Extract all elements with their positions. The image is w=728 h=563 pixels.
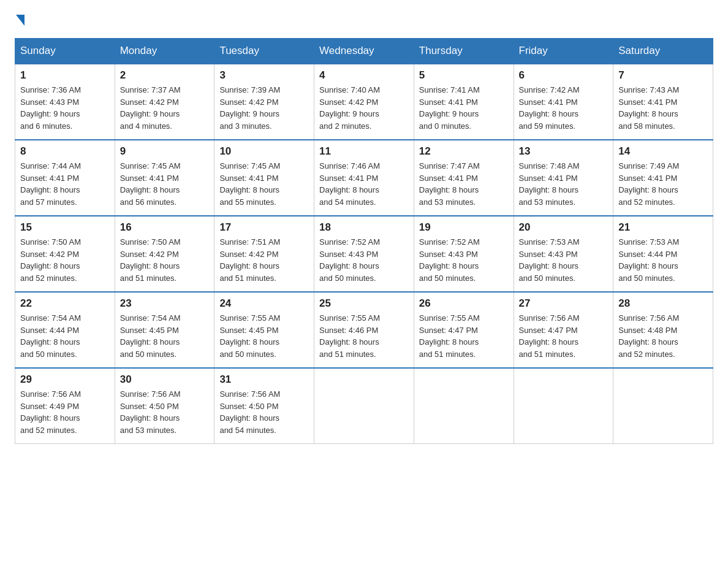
day-info: Sunrise: 7:47 AMSunset: 4:41 PMDaylight:… (419, 160, 509, 208)
day-info: Sunrise: 7:45 AMSunset: 4:41 PMDaylight:… (219, 160, 309, 208)
day-number: 27 (519, 297, 609, 310)
calendar-cell: 16 Sunrise: 7:50 AMSunset: 4:42 PMDaylig… (115, 216, 214, 292)
day-number: 15 (20, 221, 110, 234)
calendar-cell: 2 Sunrise: 7:37 AMSunset: 4:42 PMDayligh… (115, 64, 214, 140)
calendar-cell: 10 Sunrise: 7:45 AMSunset: 4:41 PMDaylig… (214, 140, 314, 216)
day-number: 18 (319, 221, 409, 234)
calendar-cell: 20 Sunrise: 7:53 AMSunset: 4:43 PMDaylig… (514, 216, 613, 292)
calendar-cell (314, 368, 414, 444)
calendar-cell: 21 Sunrise: 7:53 AMSunset: 4:44 PMDaylig… (613, 216, 713, 292)
day-info: Sunrise: 7:55 AMSunset: 4:46 PMDaylight:… (319, 312, 409, 360)
calendar-cell: 3 Sunrise: 7:39 AMSunset: 4:42 PMDayligh… (214, 64, 314, 140)
day-info: Sunrise: 7:56 AMSunset: 4:50 PMDaylight:… (219, 388, 309, 436)
day-info: Sunrise: 7:42 AMSunset: 4:41 PMDaylight:… (519, 84, 609, 132)
weekday-header-row: SundayMondayTuesdayWednesdayThursdayFrid… (15, 39, 713, 64)
day-number: 26 (419, 297, 509, 310)
logo-arrow-icon (16, 15, 25, 26)
day-info: Sunrise: 7:53 AMSunset: 4:44 PMDaylight:… (618, 236, 708, 284)
day-number: 3 (219, 69, 309, 82)
day-number: 4 (319, 69, 409, 82)
day-number: 20 (519, 221, 609, 234)
day-info: Sunrise: 7:52 AMSunset: 4:43 PMDaylight:… (419, 236, 509, 284)
day-info: Sunrise: 7:54 AMSunset: 4:45 PMDaylight:… (120, 312, 210, 360)
day-number: 11 (319, 145, 409, 158)
calendar-table: SundayMondayTuesdayWednesdayThursdayFrid… (15, 38, 713, 444)
day-number: 12 (419, 145, 509, 158)
day-info: Sunrise: 7:55 AMSunset: 4:47 PMDaylight:… (419, 312, 509, 360)
weekday-header-sunday: Sunday (15, 39, 115, 64)
day-number: 30 (120, 373, 210, 386)
day-info: Sunrise: 7:46 AMSunset: 4:41 PMDaylight:… (319, 160, 409, 208)
weekday-header-wednesday: Wednesday (314, 39, 414, 64)
day-number: 19 (419, 221, 509, 234)
weekday-header-tuesday: Tuesday (214, 39, 314, 64)
day-info: Sunrise: 7:56 AMSunset: 4:48 PMDaylight:… (618, 312, 708, 360)
day-number: 5 (419, 69, 509, 82)
calendar-week-row: 22 Sunrise: 7:54 AMSunset: 4:44 PMDaylig… (15, 292, 713, 368)
calendar-cell: 28 Sunrise: 7:56 AMSunset: 4:48 PMDaylig… (613, 292, 713, 368)
weekday-header-friday: Friday (514, 39, 613, 64)
day-info: Sunrise: 7:43 AMSunset: 4:41 PMDaylight:… (618, 84, 708, 132)
day-info: Sunrise: 7:49 AMSunset: 4:41 PMDaylight:… (618, 160, 708, 208)
weekday-header-monday: Monday (115, 39, 214, 64)
weekday-header-saturday: Saturday (613, 39, 713, 64)
day-number: 28 (618, 297, 708, 310)
day-info: Sunrise: 7:51 AMSunset: 4:42 PMDaylight:… (219, 236, 309, 284)
calendar-cell: 8 Sunrise: 7:44 AMSunset: 4:41 PMDayligh… (15, 140, 115, 216)
calendar-week-row: 15 Sunrise: 7:50 AMSunset: 4:42 PMDaylig… (15, 216, 713, 292)
calendar-cell: 14 Sunrise: 7:49 AMSunset: 4:41 PMDaylig… (613, 140, 713, 216)
calendar-cell: 15 Sunrise: 7:50 AMSunset: 4:42 PMDaylig… (15, 216, 115, 292)
calendar-cell: 31 Sunrise: 7:56 AMSunset: 4:50 PMDaylig… (214, 368, 314, 444)
day-info: Sunrise: 7:56 AMSunset: 4:50 PMDaylight:… (120, 388, 210, 436)
day-info: Sunrise: 7:55 AMSunset: 4:45 PMDaylight:… (219, 312, 309, 360)
calendar-cell: 13 Sunrise: 7:48 AMSunset: 4:41 PMDaylig… (514, 140, 613, 216)
day-number: 21 (618, 221, 708, 234)
day-info: Sunrise: 7:56 AMSunset: 4:49 PMDaylight:… (20, 388, 110, 436)
day-number: 10 (219, 145, 309, 158)
day-number: 31 (219, 373, 309, 386)
day-number: 24 (219, 297, 309, 310)
calendar-cell (613, 368, 713, 444)
calendar-cell: 17 Sunrise: 7:51 AMSunset: 4:42 PMDaylig… (214, 216, 314, 292)
calendar-cell: 27 Sunrise: 7:56 AMSunset: 4:47 PMDaylig… (514, 292, 613, 368)
day-info: Sunrise: 7:54 AMSunset: 4:44 PMDaylight:… (20, 312, 110, 360)
calendar-cell: 5 Sunrise: 7:41 AMSunset: 4:41 PMDayligh… (414, 64, 514, 140)
day-number: 17 (219, 221, 309, 234)
day-number: 7 (618, 69, 708, 82)
calendar-cell: 9 Sunrise: 7:45 AMSunset: 4:41 PMDayligh… (115, 140, 214, 216)
day-number: 25 (319, 297, 409, 310)
weekday-header-thursday: Thursday (414, 39, 514, 64)
calendar-cell (514, 368, 613, 444)
logo (15, 15, 26, 26)
calendar-cell: 26 Sunrise: 7:55 AMSunset: 4:47 PMDaylig… (414, 292, 514, 368)
day-number: 2 (120, 69, 210, 82)
day-info: Sunrise: 7:52 AMSunset: 4:43 PMDaylight:… (319, 236, 409, 284)
calendar-cell: 22 Sunrise: 7:54 AMSunset: 4:44 PMDaylig… (15, 292, 115, 368)
calendar-cell: 24 Sunrise: 7:55 AMSunset: 4:45 PMDaylig… (214, 292, 314, 368)
day-number: 14 (618, 145, 708, 158)
calendar-cell: 6 Sunrise: 7:42 AMSunset: 4:41 PMDayligh… (514, 64, 613, 140)
day-info: Sunrise: 7:53 AMSunset: 4:43 PMDaylight:… (519, 236, 609, 284)
day-info: Sunrise: 7:50 AMSunset: 4:42 PMDaylight:… (120, 236, 210, 284)
calendar-cell: 18 Sunrise: 7:52 AMSunset: 4:43 PMDaylig… (314, 216, 414, 292)
calendar-week-row: 1 Sunrise: 7:36 AMSunset: 4:43 PMDayligh… (15, 64, 713, 140)
calendar-cell: 23 Sunrise: 7:54 AMSunset: 4:45 PMDaylig… (115, 292, 214, 368)
day-number: 1 (20, 69, 110, 82)
page-header (15, 15, 713, 26)
day-info: Sunrise: 7:40 AMSunset: 4:42 PMDaylight:… (319, 84, 409, 132)
day-number: 23 (120, 297, 210, 310)
day-number: 8 (20, 145, 110, 158)
calendar-cell (414, 368, 514, 444)
calendar-cell: 29 Sunrise: 7:56 AMSunset: 4:49 PMDaylig… (15, 368, 115, 444)
calendar-cell: 4 Sunrise: 7:40 AMSunset: 4:42 PMDayligh… (314, 64, 414, 140)
calendar-cell: 11 Sunrise: 7:46 AMSunset: 4:41 PMDaylig… (314, 140, 414, 216)
calendar-cell: 30 Sunrise: 7:56 AMSunset: 4:50 PMDaylig… (115, 368, 214, 444)
day-info: Sunrise: 7:48 AMSunset: 4:41 PMDaylight:… (519, 160, 609, 208)
day-info: Sunrise: 7:50 AMSunset: 4:42 PMDaylight:… (20, 236, 110, 284)
calendar-week-row: 8 Sunrise: 7:44 AMSunset: 4:41 PMDayligh… (15, 140, 713, 216)
calendar-cell: 25 Sunrise: 7:55 AMSunset: 4:46 PMDaylig… (314, 292, 414, 368)
calendar-week-row: 29 Sunrise: 7:56 AMSunset: 4:49 PMDaylig… (15, 368, 713, 444)
day-info: Sunrise: 7:37 AMSunset: 4:42 PMDaylight:… (120, 84, 210, 132)
day-number: 16 (120, 221, 210, 234)
calendar-cell: 19 Sunrise: 7:52 AMSunset: 4:43 PMDaylig… (414, 216, 514, 292)
